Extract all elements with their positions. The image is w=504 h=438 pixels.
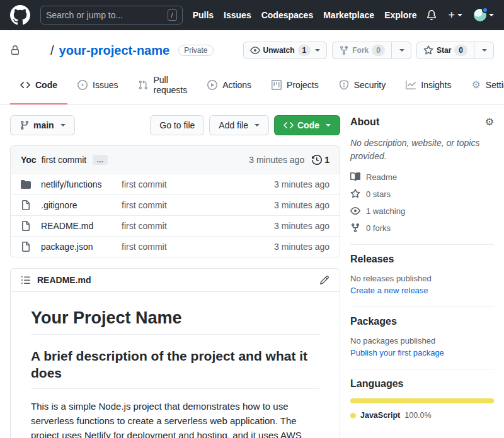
add-file-button[interactable]: Add file	[209, 115, 269, 135]
file-name-link[interactable]: netlify/functions	[41, 179, 122, 189]
tab-projects[interactable]: Projects	[261, 68, 329, 104]
file-time: 3 minutes ago	[274, 221, 329, 231]
file-name-link[interactable]: package.json	[41, 242, 122, 252]
readme-header: README.md	[11, 269, 340, 292]
repo-name-link[interactable]: your-project-name	[59, 43, 170, 58]
global-search[interactable]: /	[40, 6, 183, 25]
tab-label: Settings	[486, 80, 504, 90]
nav-link-explore[interactable]: Explore	[384, 10, 416, 20]
star-dropdown-button[interactable]	[474, 42, 494, 59]
chevron-down-icon	[399, 49, 404, 52]
create-new-button[interactable]: +	[448, 9, 462, 21]
repo-sidebar: About ⚙ No description, website, or topi…	[350, 115, 494, 431]
top-navbar: / Pulls Issues Codespaces Marketplace Ex…	[0, 0, 504, 30]
star-button[interactable]: Star 0	[416, 42, 474, 59]
shield-icon	[339, 80, 349, 90]
file-commit-link[interactable]: first commit	[122, 200, 274, 210]
about-description: No description, website, or topics provi…	[350, 137, 494, 163]
commit-message-link[interactable]: first commit	[42, 155, 87, 165]
file-commit-link[interactable]: first commit	[122, 242, 274, 252]
branch-selector[interactable]: main	[10, 115, 75, 135]
commit-author-link[interactable]: Yoc	[21, 155, 37, 165]
navbar-links: Pulls Issues Codespaces Marketplace Expl…	[193, 10, 417, 20]
latest-commit-bar: Yoc first commit … 3 minutes ago 1	[11, 146, 340, 174]
nav-link-pulls[interactable]: Pulls	[193, 10, 214, 20]
tab-issues[interactable]: Issues	[67, 68, 128, 104]
commit-time-link[interactable]: 3 minutes ago	[249, 155, 304, 165]
star-icon	[350, 189, 360, 199]
fork-label: Fork	[352, 46, 369, 55]
readme-link-label: Readme	[366, 172, 397, 182]
user-menu[interactable]	[474, 9, 494, 21]
language-name: JavaScript	[360, 411, 400, 420]
chevron-down-icon	[255, 124, 260, 126]
table-row[interactable]: .gitignore first commit 3 minutes ago	[11, 194, 340, 215]
fork-icon	[350, 223, 360, 233]
tab-label: Code	[35, 80, 57, 90]
tab-actions[interactable]: Actions	[197, 68, 261, 104]
list-unordered-icon[interactable]	[21, 275, 31, 285]
file-name-link[interactable]: .gitignore	[41, 200, 122, 210]
table-row[interactable]: netlify/functions first commit 3 minutes…	[11, 174, 340, 194]
file-browser: Yoc first commit … 3 minutes ago 1 netli…	[10, 145, 340, 257]
gear-icon: ⚙	[472, 80, 481, 90]
tab-label: Pull requests	[153, 75, 187, 95]
table-row[interactable]: README.md first commit 3 minutes ago	[11, 215, 340, 236]
fork-dropdown-button[interactable]	[391, 42, 411, 59]
git-pull-request-icon	[138, 80, 148, 90]
tab-pull-requests[interactable]: Pull requests	[128, 68, 197, 104]
go-to-file-button[interactable]: Go to file	[150, 115, 204, 135]
file-icon	[21, 242, 31, 252]
languages-section: Languages JavaScript 100.0%	[350, 369, 494, 431]
tab-label: Projects	[287, 80, 319, 90]
github-logo[interactable]	[10, 5, 30, 25]
stars-link[interactable]: 0 stars	[350, 189, 494, 199]
gear-icon[interactable]: ⚙	[485, 117, 494, 127]
watching-label: 1 watching	[366, 206, 405, 216]
play-icon	[207, 80, 217, 90]
commit-count: 1	[324, 155, 329, 165]
eye-icon	[250, 45, 260, 55]
commit-meta: 3 minutes ago 1	[249, 155, 329, 165]
chevron-down-icon	[457, 14, 462, 16]
fork-button[interactable]: Fork 0	[332, 42, 392, 59]
nav-link-marketplace[interactable]: Marketplace	[323, 10, 374, 20]
tab-security[interactable]: Security	[329, 68, 396, 104]
unwatch-button[interactable]: Unwatch 1	[243, 42, 328, 59]
code-column: main Go to file Add file Code Yoc first	[10, 115, 340, 438]
code-download-button[interactable]: Code	[274, 115, 340, 135]
table-row[interactable]: package.json first commit 3 minutes ago	[11, 236, 340, 257]
repo-tab-bar: Code Issues Pull requests Actions Projec…	[0, 68, 504, 105]
commit-ellipsis-button[interactable]: …	[93, 155, 108, 165]
visibility-badge: Private	[178, 45, 213, 56]
file-name-link[interactable]: README.md	[41, 221, 122, 231]
tab-label: Issues	[93, 80, 118, 90]
readme-filename[interactable]: README.md	[37, 275, 91, 285]
tab-code[interactable]: Code	[10, 68, 67, 104]
create-release-link[interactable]: Create a new release	[350, 286, 494, 295]
file-commit-link[interactable]: first commit	[122, 221, 274, 231]
navbar-right: +	[427, 9, 494, 21]
bell-icon[interactable]	[427, 10, 437, 20]
watching-link[interactable]: 1 watching	[350, 206, 494, 216]
publish-package-link[interactable]: Publish your first package	[350, 348, 494, 357]
tab-settings[interactable]: ⚙ Settings	[462, 68, 504, 104]
repo-actions: Unwatch 1 Fork 0 Star 0	[243, 42, 494, 59]
forks-link[interactable]: 0 forks	[350, 223, 494, 233]
file-commit-link[interactable]: first commit	[122, 179, 274, 189]
readme-link[interactable]: Readme	[350, 172, 494, 182]
file-toolbar: main Go to file Add file Code	[10, 115, 340, 135]
slash-shortcut-key: /	[168, 9, 177, 21]
nav-link-issues[interactable]: Issues	[224, 10, 251, 20]
nav-link-codespaces[interactable]: Codespaces	[261, 10, 313, 20]
tab-insights[interactable]: Insights	[396, 68, 461, 104]
readme-paragraph: This is a simple Node.js project that de…	[31, 399, 319, 438]
commit-history-link[interactable]: 1	[312, 155, 329, 165]
code-button-label: Code	[297, 120, 319, 130]
language-item-javascript[interactable]: JavaScript 100.0%	[350, 411, 494, 420]
branch-name: main	[33, 120, 54, 130]
pencil-icon[interactable]	[319, 275, 329, 285]
search-input[interactable]	[46, 10, 168, 20]
about-heading: About	[350, 116, 379, 128]
repo-separator: /	[50, 43, 54, 58]
